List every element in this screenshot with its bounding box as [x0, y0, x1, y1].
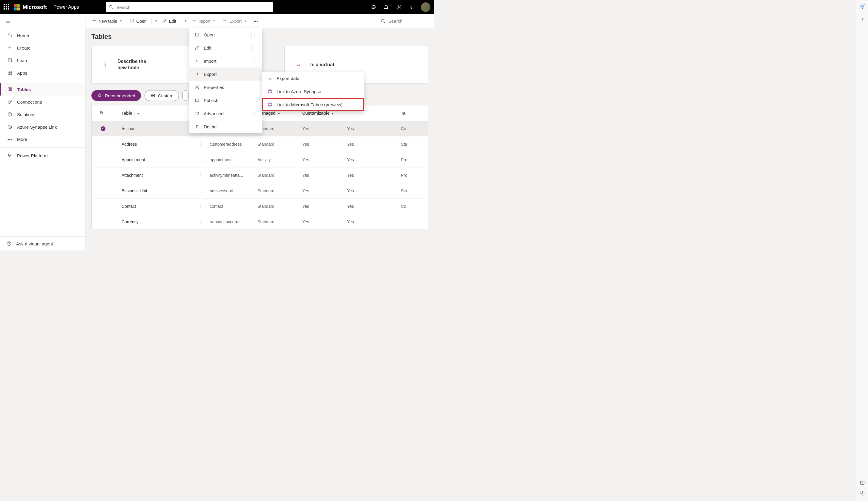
- chevron-down-icon[interactable]: ▾: [212, 19, 216, 23]
- table-row[interactable]: Appointment ⋮ appointment Activity Yes Y…: [92, 152, 428, 168]
- cell-customizable: Yes: [347, 126, 401, 131]
- platform-icon: [7, 153, 13, 158]
- nav-label: Learn: [17, 58, 28, 63]
- row-more-icon[interactable]: ⋮: [198, 157, 202, 162]
- pill-recommended[interactable]: Recommended: [92, 90, 141, 101]
- menu-delete[interactable]: Delete: [189, 120, 262, 133]
- submenu-label: Link to Microsoft Fabric (preview): [277, 102, 342, 107]
- cmd-label: New table: [98, 19, 117, 24]
- nav-label: Connections: [17, 99, 42, 105]
- nav-create[interactable]: Create: [0, 42, 85, 54]
- search-icon: [109, 4, 114, 10]
- menu-publish[interactable]: Publish: [189, 94, 262, 107]
- nav-power-platform[interactable]: Power Platform: [0, 149, 85, 162]
- svg-line-30: [384, 22, 385, 23]
- row-more-icon[interactable]: ⋮: [198, 173, 202, 178]
- fabric-icon: [267, 102, 273, 107]
- star-icon: [97, 93, 103, 98]
- virtual-agent-button[interactable]: Ask a virtual agent: [0, 236, 85, 250]
- avatar[interactable]: [421, 2, 431, 12]
- edit-split-chevron[interactable]: ▾: [184, 19, 188, 23]
- menu-label: Delete: [204, 124, 216, 129]
- cell-system-name: appointment: [210, 157, 257, 162]
- table-row[interactable]: Business Unit ⋮ businessunit Standard Ye…: [92, 183, 428, 199]
- global-search-input[interactable]: [116, 5, 270, 10]
- menu-label: Export: [204, 72, 216, 77]
- global-header: Microsoft Power Apps: [0, 0, 434, 14]
- import-button[interactable]: Import ▾: [189, 16, 219, 26]
- menu-properties[interactable]: Properties: [189, 81, 262, 94]
- gear-icon: [194, 85, 200, 90]
- nav-solutions[interactable]: Solutions: [0, 108, 85, 121]
- nav-home[interactable]: Home: [0, 29, 85, 42]
- plus-icon: [7, 45, 13, 51]
- nav-label: Power Platform: [17, 153, 48, 158]
- col-table[interactable]: Table ↑ ▾: [121, 111, 198, 116]
- export-button[interactable]: Export ▾: [220, 16, 250, 26]
- nav-label: Apps: [17, 71, 27, 76]
- cell-type: Standard: [257, 189, 302, 193]
- settings-icon[interactable]: [396, 4, 402, 10]
- content-search-input[interactable]: [388, 19, 424, 24]
- svg-rect-18: [10, 73, 12, 75]
- chevron-right-icon: 〉: [254, 111, 257, 116]
- menu-label: Open: [204, 32, 215, 37]
- cell-type: Standard: [257, 126, 302, 131]
- nav-apps[interactable]: Apps: [0, 66, 85, 79]
- notifications-icon[interactable]: [383, 4, 389, 10]
- pill-custom[interactable]: Custom: [145, 90, 179, 101]
- edit-button[interactable]: Edit: [159, 16, 179, 26]
- global-search[interactable]: [106, 2, 273, 12]
- svg-rect-31: [195, 33, 199, 36]
- overflow-button[interactable]: •••: [251, 17, 261, 25]
- menu-advanced[interactable]: Advanced 〉: [189, 107, 262, 120]
- nav-tables[interactable]: Tables: [0, 83, 85, 96]
- row-more-icon[interactable]: ⋮: [198, 219, 202, 224]
- submenu-link-synapse[interactable]: Link to Azure Synapse: [262, 85, 364, 98]
- row-more-icon[interactable]: ⋮: [198, 141, 202, 147]
- cell-table-name: Appointment: [121, 157, 198, 162]
- environment-icon[interactable]: [371, 4, 377, 10]
- svg-rect-33: [195, 99, 199, 102]
- chevron-right-icon: 〉: [254, 45, 257, 51]
- import-icon: [194, 58, 200, 64]
- col-customizable[interactable]: Customizable ▾: [302, 111, 347, 116]
- open-split-chevron[interactable]: ▾: [154, 19, 158, 23]
- microsoft-logo[interactable]: Microsoft: [14, 4, 47, 10]
- svg-rect-19: [8, 88, 12, 91]
- menu-export[interactable]: Export 〉: [189, 67, 262, 81]
- table-row[interactable]: Currency ⋮ transactioncurre... Standard …: [92, 214, 428, 230]
- nav-connections[interactable]: Connections: [0, 96, 85, 108]
- submenu-export-data[interactable]: Export data: [262, 72, 364, 85]
- submenu-link-fabric[interactable]: Link to Microsoft Fabric (preview): [262, 98, 364, 111]
- export-submenu: Export data Link to Azure Synapse Link t…: [262, 72, 364, 111]
- content-search[interactable]: [377, 14, 431, 28]
- hamburger-menu[interactable]: [6, 20, 11, 25]
- pill-extra[interactable]: [182, 90, 189, 101]
- menu-edit[interactable]: Edit 〉: [189, 41, 262, 54]
- menu-open[interactable]: Open 〉: [189, 28, 262, 41]
- cube-icon: [7, 112, 13, 117]
- col-tag[interactable]: Ta: [401, 111, 425, 116]
- col-select[interactable]: [95, 110, 121, 116]
- menu-import[interactable]: Import 〉: [189, 54, 262, 67]
- open-button[interactable]: Open: [127, 16, 149, 26]
- row-more-icon[interactable]: ⋮: [198, 188, 202, 193]
- row-selected-icon[interactable]: [100, 126, 105, 131]
- edit-icon: [162, 18, 167, 24]
- nav-learn[interactable]: Learn: [0, 54, 85, 66]
- new-table-button[interactable]: New table ▾: [89, 16, 126, 26]
- col-managed[interactable]: Managed ▾: [257, 111, 302, 116]
- table-row[interactable]: Contact ⋮ contact Standard Yes Yes Co: [92, 199, 428, 214]
- chevron-down-icon[interactable]: ▾: [243, 19, 247, 23]
- pill-label: Recommended: [105, 93, 135, 98]
- nav-more[interactable]: ••• More: [0, 133, 85, 146]
- table-row[interactable]: Address ⋮ customeraddress Standard Yes Y…: [92, 137, 428, 152]
- waffle-menu[interactable]: [3, 4, 10, 10]
- row-more-icon[interactable]: ⋮: [198, 204, 202, 209]
- chevron-down-icon[interactable]: ▾: [119, 19, 123, 23]
- svg-rect-49: [153, 94, 155, 96]
- table-row[interactable]: Attachment ⋮ activitymimeatta... Standar…: [92, 168, 428, 183]
- nav-synapse[interactable]: Azure Synapse Link: [0, 121, 85, 133]
- help-icon[interactable]: [408, 4, 414, 10]
